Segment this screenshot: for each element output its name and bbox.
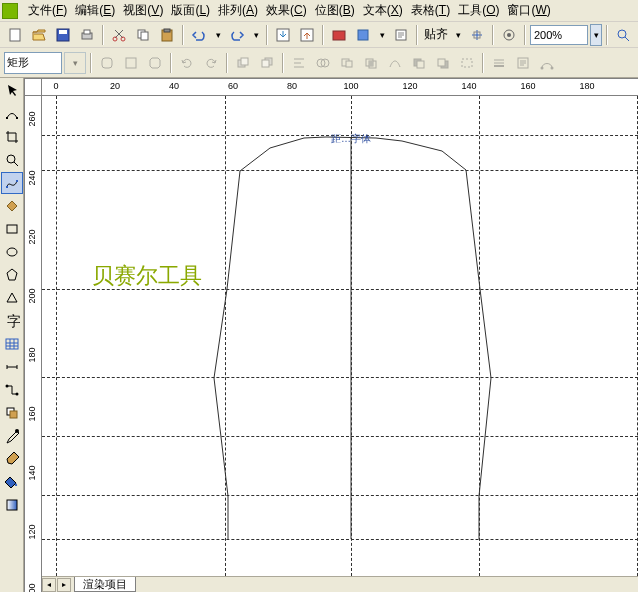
- svg-rect-32: [369, 61, 373, 66]
- menu-text[interactable]: 文本(X): [359, 0, 407, 21]
- snap-label: 贴齐: [422, 26, 450, 43]
- save-icon[interactable]: [52, 24, 74, 46]
- options-icon[interactable]: [498, 24, 520, 46]
- simplify-icon[interactable]: [384, 52, 406, 74]
- rotate-cw-icon[interactable]: [200, 52, 222, 74]
- open-icon[interactable]: [28, 24, 50, 46]
- rectangle-tool-icon[interactable]: [1, 218, 23, 240]
- dimension-tool-icon[interactable]: [1, 356, 23, 378]
- to-front-icon[interactable]: [232, 52, 254, 74]
- chamfer-corner-icon[interactable]: [144, 52, 166, 74]
- svg-rect-0: [10, 29, 20, 41]
- canvas[interactable]: 距…字体 贝赛尔工具: [42, 96, 638, 576]
- svg-point-43: [7, 155, 15, 163]
- table-tool-icon[interactable]: [1, 333, 23, 355]
- eyedropper-tool-icon[interactable]: [1, 425, 23, 447]
- menu-effects[interactable]: 效果(C): [262, 0, 311, 21]
- separator: [492, 25, 494, 45]
- align-icon[interactable]: [288, 52, 310, 74]
- svg-rect-42: [16, 117, 18, 119]
- intersect-icon[interactable]: [360, 52, 382, 74]
- svg-rect-25: [262, 60, 269, 67]
- copy-icon[interactable]: [132, 24, 154, 46]
- menu-bitmap[interactable]: 位图(B): [311, 0, 359, 21]
- menu-tools[interactable]: 工具(O): [454, 0, 503, 21]
- svg-rect-34: [417, 61, 424, 68]
- launch-dropdown-icon[interactable]: ▾: [376, 24, 388, 46]
- back-minus-icon[interactable]: [432, 52, 454, 74]
- app-launch-icon[interactable]: [352, 24, 374, 46]
- menu-view[interactable]: 视图(V): [119, 0, 167, 21]
- snap-dropdown-icon[interactable]: ▾: [452, 24, 464, 46]
- interactive-fill-tool-icon[interactable]: [1, 494, 23, 516]
- svg-rect-13: [333, 31, 345, 40]
- zoom-input[interactable]: [530, 25, 588, 45]
- basic-shapes-tool-icon[interactable]: [1, 287, 23, 309]
- scallop-corner-icon[interactable]: [120, 52, 142, 74]
- rotate-ccw-icon[interactable]: [176, 52, 198, 74]
- menu-layout[interactable]: 版面(L): [167, 0, 214, 21]
- search-icon[interactable]: [612, 24, 634, 46]
- ruler-vertical[interactable]: 260 240 220 200 180 160 140 120 100: [24, 96, 42, 592]
- svg-rect-55: [7, 500, 17, 510]
- paste-icon[interactable]: [156, 24, 178, 46]
- ruler-horizontal[interactable]: 0 20 40 60 80 100 120 140 160 180 200: [42, 78, 638, 96]
- new-icon[interactable]: [4, 24, 26, 46]
- zoom-tool-icon[interactable]: [1, 149, 23, 171]
- svg-rect-37: [462, 59, 472, 67]
- to-back-icon[interactable]: [256, 52, 278, 74]
- publish-icon[interactable]: [328, 24, 350, 46]
- shape-dropdown-icon[interactable]: ▾: [64, 52, 86, 74]
- welcome-icon[interactable]: [390, 24, 412, 46]
- menu-arrange[interactable]: 排列(A): [214, 0, 262, 21]
- undo-icon[interactable]: [188, 24, 210, 46]
- boundary-icon[interactable]: [456, 52, 478, 74]
- menu-table[interactable]: 表格(T): [407, 0, 454, 21]
- effects-tool-icon[interactable]: [1, 402, 23, 424]
- shape-type-select[interactable]: [4, 52, 62, 74]
- zoom-dropdown-icon[interactable]: ▾: [590, 24, 602, 46]
- menu-file[interactable]: 文件(F): [24, 0, 71, 21]
- smartfill-tool-icon[interactable]: [1, 195, 23, 217]
- drawn-path[interactable]: [42, 96, 638, 576]
- print-icon[interactable]: [76, 24, 98, 46]
- outline-tool-icon[interactable]: [1, 448, 23, 470]
- convert-curve-icon[interactable]: [536, 52, 558, 74]
- toolbar-standard: ▾ ▾ ▾ 贴齐 ▾ ▾: [0, 22, 638, 48]
- drag-tooltip: 距…字体: [330, 132, 372, 146]
- page-prev-icon[interactable]: ◂: [42, 578, 56, 592]
- export-icon[interactable]: [296, 24, 318, 46]
- menu-edit[interactable]: 编辑(E): [71, 0, 119, 21]
- ellipse-tool-icon[interactable]: [1, 241, 23, 263]
- text-tool-icon[interactable]: 字: [1, 310, 23, 332]
- snap-options-icon[interactable]: [466, 24, 488, 46]
- page-next-icon[interactable]: ▸: [57, 578, 71, 592]
- svg-rect-45: [16, 180, 18, 182]
- redo-icon[interactable]: [226, 24, 248, 46]
- canvas-frame: 0 20 40 60 80 100 120 140 160 180 200 26…: [24, 78, 638, 592]
- menu-window[interactable]: 窗口(W): [503, 0, 554, 21]
- wrap-paragraph-icon[interactable]: [512, 52, 534, 74]
- page-tab[interactable]: 渲染项目: [74, 577, 136, 592]
- svg-rect-4: [84, 30, 90, 34]
- outline-width-icon[interactable]: [488, 52, 510, 74]
- shape-tool-icon[interactable]: [1, 103, 23, 125]
- crop-tool-icon[interactable]: [1, 126, 23, 148]
- import-icon[interactable]: [272, 24, 294, 46]
- connector-tool-icon[interactable]: [1, 379, 23, 401]
- front-minus-icon[interactable]: [408, 52, 430, 74]
- round-corner-icon[interactable]: [96, 52, 118, 74]
- cut-icon[interactable]: [108, 24, 130, 46]
- separator: [226, 53, 228, 73]
- redo-dropdown-icon[interactable]: ▾: [250, 24, 262, 46]
- freehand-tool-icon[interactable]: [1, 172, 23, 194]
- pick-tool-icon[interactable]: [1, 80, 23, 102]
- fill-tool-icon[interactable]: [1, 471, 23, 493]
- polygon-tool-icon[interactable]: [1, 264, 23, 286]
- separator: [170, 53, 172, 73]
- svg-rect-53: [10, 411, 17, 418]
- trim-icon[interactable]: [336, 52, 358, 74]
- undo-dropdown-icon[interactable]: ▾: [212, 24, 224, 46]
- ruler-origin[interactable]: [24, 78, 42, 96]
- weld-icon[interactable]: [312, 52, 334, 74]
